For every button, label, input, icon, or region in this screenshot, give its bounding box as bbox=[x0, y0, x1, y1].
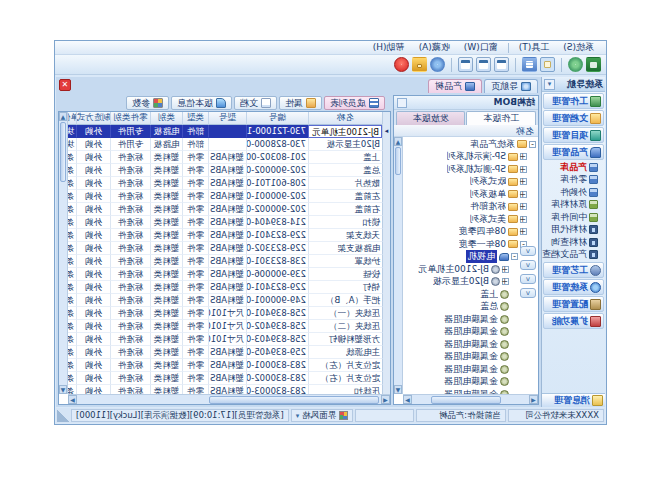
column-header-类别[interactable]: 类别 bbox=[150, 112, 182, 125]
table-row[interactable]: 方形塑料铆钉258-839403-001尺寸1010零件塑料类标准件外购条 bbox=[68, 333, 390, 346]
grid-vertical-scrollbar[interactable]: ▲ ▼ bbox=[59, 112, 68, 394]
tree-node[interactable]: +08年四季度 bbox=[404, 226, 536, 239]
table-row[interactable]: 上盖201-80302-001塑料ABS零件塑料类标准件外购条 bbox=[68, 151, 390, 164]
menu-item[interactable]: 系统(S) bbox=[556, 41, 601, 54]
column-header-型号[interactable]: 型号 bbox=[208, 112, 246, 125]
mdi-tab-导航页[interactable]: 导航页 bbox=[484, 79, 538, 93]
scrollbar-thumb[interactable] bbox=[395, 147, 401, 175]
table-row[interactable]: 压线扣283-830003-001塑料ABS零件塑料类标准件外购条 bbox=[68, 385, 390, 394]
interface-style-dropdown[interactable]: 界面风格 ▾ bbox=[291, 409, 354, 422]
nav-group-扩展功能[interactable]: 扩展功能 bbox=[543, 313, 604, 329]
nav-bottom-bar[interactable]: 消息管理 bbox=[542, 393, 605, 407]
nav-group-工作管理[interactable]: 工作管理 bbox=[543, 93, 604, 109]
resize-grip[interactable] bbox=[57, 409, 69, 422]
panel-pin-button[interactable] bbox=[397, 98, 407, 108]
tree-node[interactable]: 金属膜电阻器 bbox=[404, 376, 536, 389]
clipboard-icon[interactable] bbox=[540, 57, 555, 72]
grid-horizontal-scrollbar[interactable]: ◀ ▶ bbox=[68, 394, 390, 404]
row-selector[interactable] bbox=[382, 346, 390, 359]
row-selector[interactable] bbox=[382, 216, 390, 229]
tree-node[interactable]: 金属膜电阻器 bbox=[404, 363, 536, 376]
nav-item-零件库[interactable]: 零件库 bbox=[542, 174, 605, 187]
table-row[interactable]: 护线罩238-823301-001塑料ABS零件塑料类标准件外购条 bbox=[68, 255, 390, 268]
expander-icon[interactable]: + bbox=[520, 191, 527, 198]
table-row[interactable]: 总盖202-900002-011塑料ABS零件塑料类标准件外购条 bbox=[68, 164, 390, 177]
view-button-版本信息[interactable]: 版本信息 bbox=[171, 96, 232, 110]
row-selector[interactable] bbox=[382, 281, 390, 294]
menu-item[interactable]: 帮助(H) bbox=[366, 41, 412, 54]
nav-item-产品库[interactable]: 产品库 bbox=[542, 161, 605, 174]
scroll-left-icon[interactable]: ◀ bbox=[381, 395, 390, 404]
globe-green-icon[interactable] bbox=[568, 57, 583, 72]
row-selector[interactable] bbox=[382, 255, 390, 268]
table-row[interactable]: 铰链239-900006-011塑料ABS零件塑料类标准件外购条 bbox=[68, 268, 390, 281]
expander-icon[interactable]: - bbox=[511, 253, 518, 260]
row-selector[interactable] bbox=[382, 385, 390, 394]
collapse-chevron-button[interactable]: v bbox=[520, 260, 536, 270]
row-selector[interactable]: ▸ bbox=[382, 125, 390, 138]
tree-node[interactable]: +标准部件 bbox=[404, 201, 536, 214]
menu-item[interactable]: 窗口(W) bbox=[457, 41, 505, 54]
row-selector[interactable] bbox=[382, 190, 390, 203]
globe-blue-icon[interactable] bbox=[430, 57, 445, 72]
version-tab-工作版本[interactable]: 工作版本 bbox=[467, 111, 537, 125]
tree-node[interactable]: -电视机 bbox=[404, 251, 536, 264]
column-header-零件类别[interactable]: 零件类别 bbox=[110, 112, 150, 125]
scroll-up-icon[interactable]: ▲ bbox=[59, 112, 67, 121]
expander-icon[interactable]: + bbox=[502, 266, 509, 273]
tree-node[interactable]: 上盖 bbox=[404, 288, 536, 301]
window-new-icon[interactable] bbox=[458, 57, 473, 72]
row-selector[interactable] bbox=[382, 268, 390, 281]
tree-node[interactable]: +SP-测试机系列 bbox=[404, 163, 536, 176]
view-button-参数[interactable]: 参数 bbox=[126, 96, 169, 110]
table-row[interactable]: 左前盖202-900001-011塑料ABS零件塑料类标准件外购条 bbox=[68, 190, 390, 203]
tree-horizontal-scrollbar[interactable]: ◀ ▶ bbox=[403, 394, 538, 404]
row-selector[interactable] bbox=[382, 242, 390, 255]
expander-icon[interactable]: - bbox=[529, 141, 536, 148]
window-tile-icon[interactable] bbox=[476, 57, 491, 72]
tree-node[interactable]: 金属膜电阻器 bbox=[404, 351, 536, 364]
tree-node[interactable]: +美式系列 bbox=[404, 213, 536, 226]
mdi-tab-产品树[interactable]: 产品树 bbox=[428, 79, 482, 93]
expander-icon[interactable]: + bbox=[520, 216, 527, 223]
nav-group-产品管理[interactable]: 产品管理 bbox=[543, 144, 604, 160]
column-header-名称[interactable]: 名称 bbox=[308, 112, 382, 125]
expander-icon[interactable]: + bbox=[520, 228, 527, 235]
version-tab-发放版本[interactable]: 发放版本 bbox=[396, 111, 466, 125]
tree-node[interactable]: +欧式系列 bbox=[404, 176, 536, 189]
table-row[interactable]: 散热片208-601T01-012塑料ABS零件塑料类标准件外购条 bbox=[68, 177, 390, 190]
row-selector[interactable] bbox=[382, 372, 390, 385]
collapse-chevron-button[interactable]: v bbox=[520, 288, 536, 298]
row-selector[interactable] bbox=[382, 307, 390, 320]
lock-icon[interactable] bbox=[412, 57, 427, 72]
nav-item-材料查询[interactable]: 材料查询 bbox=[542, 236, 605, 249]
table-row[interactable]: BJ20主显示板730-828000-0A1部件电路板专用件外购块 bbox=[68, 138, 390, 151]
nav-item-原材料库[interactable]: 原材料库 bbox=[542, 199, 605, 212]
nav-group-工艺管理[interactable]: 工艺管理 bbox=[543, 262, 604, 278]
row-selector[interactable] bbox=[382, 229, 390, 242]
expander-icon[interactable]: + bbox=[502, 278, 509, 285]
row-selector[interactable] bbox=[382, 294, 390, 307]
close-icon[interactable]: ✕ bbox=[59, 79, 71, 91]
expander-icon[interactable]: + bbox=[520, 203, 527, 210]
view-button-文档[interactable]: 文档 bbox=[234, 96, 277, 110]
table-icon[interactable] bbox=[522, 57, 537, 72]
scrollbar-thumb[interactable] bbox=[60, 122, 66, 182]
collapse-chevron-button[interactable]: v bbox=[520, 274, 536, 284]
view-button-成员列表[interactable]: 成员列表 bbox=[324, 96, 385, 110]
tree-vertical-scrollbar[interactable]: ▲ ▼ bbox=[394, 137, 403, 394]
tree-node[interactable]: -系统产品库 bbox=[404, 138, 536, 151]
table-row[interactable]: 主电源线259-839405-001塑料ABS零件塑料类标准件外购条 bbox=[68, 346, 390, 359]
expander-icon[interactable]: + bbox=[520, 178, 527, 185]
table-row[interactable]: 天线支架229-823401-001塑料ABS零件塑料类标准件外购条 bbox=[68, 229, 390, 242]
tree-node[interactable]: 金属膜电阻器 bbox=[404, 338, 536, 351]
row-selector[interactable] bbox=[382, 359, 390, 372]
tree-node[interactable]: +BJ-2100主机单元 bbox=[404, 263, 536, 276]
scroll-left-icon[interactable]: ◀ bbox=[529, 395, 538, 404]
table-row[interactable]: 电路板支架229-823302-001塑料ABS零件塑料类标准件外购条 bbox=[68, 242, 390, 255]
tree-node[interactable]: +BJ20主显示板 bbox=[404, 276, 536, 289]
row-selector[interactable] bbox=[382, 138, 390, 151]
row-selector[interactable] bbox=[382, 320, 390, 333]
table-row[interactable]: 压线夹（二）258-839402-001尺寸1010零件塑料类标准件外购条 bbox=[68, 320, 390, 333]
menu-item[interactable]: 收藏(A) bbox=[412, 41, 457, 54]
